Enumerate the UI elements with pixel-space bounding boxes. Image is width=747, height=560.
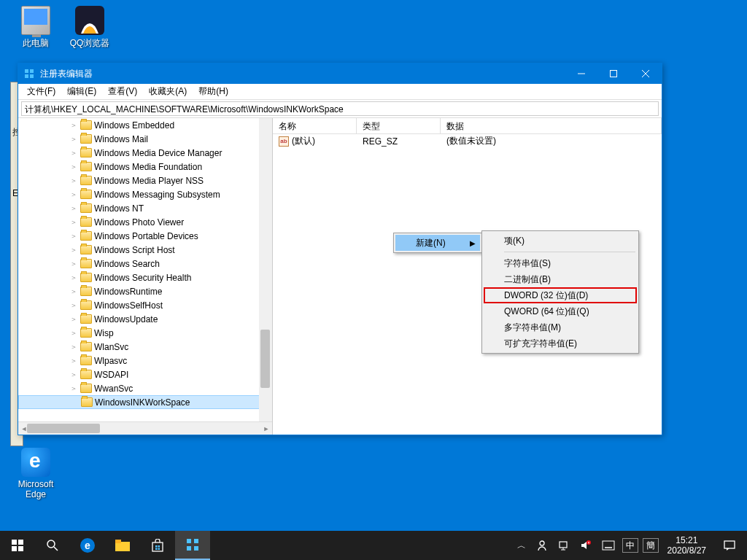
tree-node[interactable]: ＞Wisp xyxy=(18,326,272,340)
address-bar[interactable]: 计算机\HKEY_LOCAL_MACHINE\SOFTWARE\Microsof… xyxy=(21,101,659,116)
expander-icon[interactable]: ＞ xyxy=(69,259,78,269)
tree-node[interactable]: ＞Windows Embedded xyxy=(18,118,272,132)
tree-node[interactable]: ＞Windows Photo Viewer xyxy=(18,215,272,229)
tray-volume-icon[interactable]: × xyxy=(576,531,596,560)
desktop-icon-qq-browser[interactable]: QQ浏览器 xyxy=(64,6,115,50)
col-name[interactable]: 名称 xyxy=(273,118,357,133)
expander-icon[interactable]: ＞ xyxy=(69,245,78,255)
menu-view[interactable]: 查看(V) xyxy=(102,84,143,99)
tree-node[interactable]: ＞Windows Security Health xyxy=(18,271,272,284)
expander-icon[interactable]: ＞ xyxy=(69,328,78,338)
col-data[interactable]: 数据 xyxy=(441,118,662,133)
tree-node[interactable]: ＞Windows Media Player NSS xyxy=(18,174,272,187)
context-new-key[interactable]: 项(K) xyxy=(484,233,637,249)
tree-vertical-scrollbar[interactable] xyxy=(259,118,272,421)
svg-rect-3 xyxy=(30,74,34,78)
tray-network-icon[interactable] xyxy=(554,531,574,560)
taskbar: e ︿ × 中 簡 15:21 2020/8/27 xyxy=(0,531,747,560)
menu-favorites[interactable]: 收藏夹(A) xyxy=(143,84,193,99)
expander-icon[interactable]: ＞ xyxy=(69,370,78,380)
taskbar-regedit[interactable] xyxy=(175,531,210,560)
context-menu: 新建(N)▶ xyxy=(393,233,482,253)
expander-icon[interactable]: ＞ xyxy=(69,148,78,158)
context-new-string[interactable]: 字符串值(S) xyxy=(484,255,637,271)
tree-node[interactable]: ＞WindowsINKWorkSpace xyxy=(18,395,272,409)
tray-keyboard-icon[interactable] xyxy=(597,531,619,560)
expander-icon[interactable]: ＞ xyxy=(69,190,78,200)
tree-node[interactable]: ＞Windows NT xyxy=(18,201,272,215)
tree-node[interactable]: ＞Windows Script Host xyxy=(18,243,272,257)
tree-node[interactable]: ＞Windows Media Device Manager xyxy=(18,146,272,160)
tree-horizontal-scrollbar[interactable]: ◄ ► xyxy=(18,421,272,435)
expander-icon[interactable]: ＞ xyxy=(69,176,78,186)
tree-node[interactable]: ＞WSDAPI xyxy=(18,368,272,381)
svg-rect-21 xyxy=(155,548,158,551)
context-new-binary[interactable]: 二进制值(B) xyxy=(484,271,637,287)
tray-overflow[interactable]: ︿ xyxy=(513,531,530,560)
context-new-expandstring[interactable]: 可扩充字符串值(E) xyxy=(484,335,637,351)
expander-icon[interactable]: ＞ xyxy=(69,300,78,311)
expander-icon[interactable]: ＞ xyxy=(69,217,78,228)
chevron-right-icon: ▶ xyxy=(470,239,476,247)
expander-icon[interactable]: ＞ xyxy=(69,287,78,297)
search-button[interactable] xyxy=(35,531,70,560)
maximize-button[interactable] xyxy=(597,63,630,84)
expander-icon[interactable]: ＞ xyxy=(69,231,78,241)
value-row[interactable]: ab(默认) REG_SZ (数值未设置) xyxy=(273,134,662,148)
tree-node[interactable]: ＞Windows Messaging Subsystem xyxy=(18,187,272,201)
close-button[interactable] xyxy=(630,63,662,84)
svg-rect-23 xyxy=(187,539,191,543)
tree-node[interactable]: ＞Windows Media Foundation xyxy=(18,160,272,174)
svg-rect-26 xyxy=(194,546,198,551)
menu-file[interactable]: 文件(F) xyxy=(21,84,61,99)
taskbar-explorer[interactable] xyxy=(105,531,140,560)
tree-node-label: WindowsUpdate xyxy=(94,314,158,324)
minimize-button[interactable] xyxy=(565,63,597,84)
tree-node[interactable]: ＞Wlpasvc xyxy=(18,354,272,368)
desktop-icon-edge[interactable]: Microsoft Edge xyxy=(10,448,61,499)
tree-node-label: Windows Messaging Subsystem xyxy=(94,190,220,200)
context-submenu-new: 项(K) 字符串值(S) 二进制值(B) DWORD (32 位)值(D) QW… xyxy=(481,230,639,354)
menu-edit[interactable]: 编辑(E) xyxy=(61,84,102,99)
col-type[interactable]: 类型 xyxy=(357,118,441,133)
tree-node-label: Windows Photo Viewer xyxy=(94,217,184,228)
taskbar-clock[interactable]: 15:21 2020/8/27 xyxy=(662,535,712,556)
tray-ime-lang[interactable]: 中 xyxy=(622,538,638,553)
svg-rect-9 xyxy=(18,540,23,545)
tree-node[interactable]: ＞WwanSvc xyxy=(18,381,272,395)
expander-icon[interactable]: ＞ xyxy=(69,314,78,324)
tree-node-label: Windows Embedded xyxy=(94,120,174,131)
tree-node-label: Wlpasvc xyxy=(94,356,127,366)
folder-icon xyxy=(80,162,92,171)
expander-icon[interactable]: ＞ xyxy=(69,162,78,172)
tree-node[interactable]: ＞Windows Portable Devices xyxy=(18,229,272,243)
tree-node[interactable]: ＞WindowsUpdate xyxy=(18,312,272,326)
taskbar-edge[interactable]: e xyxy=(70,531,105,560)
tree-node[interactable]: ＞Windows Mail xyxy=(18,132,272,146)
tree-node-label: WindowsSelfHost xyxy=(94,300,163,311)
svg-rect-17 xyxy=(115,540,121,543)
action-center-button[interactable] xyxy=(713,539,746,552)
context-new-qword[interactable]: QWORD (64 位)值(Q) xyxy=(484,303,637,319)
context-new-multistring[interactable]: 多字符串值(M) xyxy=(484,319,637,335)
expander-icon[interactable]: ＞ xyxy=(69,203,78,214)
tree-node[interactable]: ＞Windows Search xyxy=(18,257,272,271)
taskbar-store[interactable] xyxy=(140,531,175,560)
menu-help[interactable]: 帮助(H) xyxy=(193,84,234,99)
desktop-icon-this-pc[interactable]: 此电脑 xyxy=(10,6,61,50)
tree-node[interactable]: ＞WindowsRuntime xyxy=(18,284,272,298)
expander-icon[interactable]: ＞ xyxy=(69,134,78,144)
tray-ime-mode[interactable]: 簡 xyxy=(643,538,659,553)
tree-node[interactable]: ＞WlanSvc xyxy=(18,340,272,354)
tree-node[interactable]: ＞WindowsSelfHost xyxy=(18,298,272,312)
start-button[interactable] xyxy=(0,531,35,560)
expander-icon[interactable]: ＞ xyxy=(69,120,78,131)
expander-icon[interactable]: ＞ xyxy=(69,342,78,352)
expander-icon[interactable]: ＞ xyxy=(69,356,78,366)
context-new[interactable]: 新建(N)▶ xyxy=(395,235,480,251)
expander-icon[interactable]: ＞ xyxy=(69,384,78,394)
titlebar[interactable]: 注册表编辑器 xyxy=(18,63,662,84)
context-new-dword[interactable]: DWORD (32 位)值(D) xyxy=(484,287,637,303)
tray-people-icon[interactable] xyxy=(532,531,552,560)
expander-icon[interactable]: ＞ xyxy=(69,273,78,283)
